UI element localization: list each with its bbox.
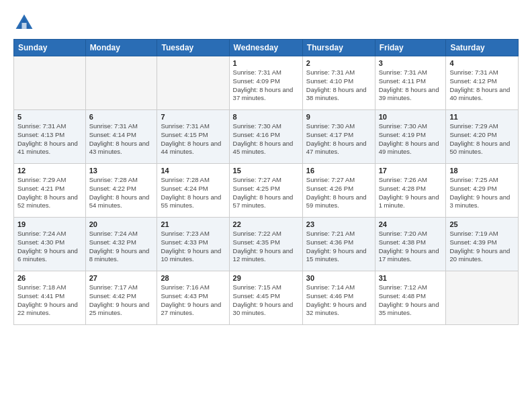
- day-info: Sunrise: 7:19 AM Sunset: 4:39 PM Dayligh…: [449, 230, 515, 264]
- weekday-header-row: SundayMondayTuesdayWednesdayThursdayFrid…: [14, 40, 519, 56]
- day-info: Sunrise: 7:14 AM Sunset: 4:46 PM Dayligh…: [306, 283, 371, 318]
- day-number: 24: [379, 220, 443, 228]
- day-cell: 2Sunrise: 7:31 AM Sunset: 4:10 PM Daylig…: [302, 56, 375, 110]
- day-number: 13: [89, 167, 154, 175]
- day-cell: 30Sunrise: 7:14 AM Sunset: 4:46 PM Dayli…: [302, 271, 375, 325]
- day-cell: 4Sunrise: 7:31 AM Sunset: 4:12 PM Daylig…: [446, 56, 519, 110]
- day-cell: 24Sunrise: 7:20 AM Sunset: 4:38 PM Dayli…: [375, 218, 446, 271]
- day-cell: [446, 271, 519, 325]
- svg-rect-2: [21, 23, 26, 29]
- day-number: 25: [449, 220, 515, 228]
- day-number: 5: [17, 113, 82, 121]
- day-number: 1: [233, 59, 299, 67]
- day-number: 20: [89, 220, 154, 228]
- day-cell: [14, 56, 86, 110]
- day-info: Sunrise: 7:31 AM Sunset: 4:10 PM Dayligh…: [306, 68, 371, 103]
- day-info: Sunrise: 7:12 AM Sunset: 4:48 PM Dayligh…: [379, 283, 443, 318]
- day-cell: 9Sunrise: 7:30 AM Sunset: 4:17 PM Daylig…: [302, 110, 375, 164]
- day-cell: 26Sunrise: 7:18 AM Sunset: 4:41 PM Dayli…: [14, 271, 86, 325]
- day-cell: 8Sunrise: 7:30 AM Sunset: 4:16 PM Daylig…: [229, 110, 302, 164]
- day-cell: 15Sunrise: 7:27 AM Sunset: 4:25 PM Dayli…: [229, 164, 302, 218]
- calendar-page: SundayMondayTuesdayWednesdayThursdayFrid…: [0, 0, 532, 411]
- day-info: Sunrise: 7:31 AM Sunset: 4:12 PM Dayligh…: [449, 68, 515, 103]
- day-cell: 21Sunrise: 7:23 AM Sunset: 4:33 PM Dayli…: [157, 218, 229, 271]
- day-number: 18: [449, 167, 515, 175]
- day-cell: 6Sunrise: 7:31 AM Sunset: 4:14 PM Daylig…: [85, 110, 157, 164]
- day-info: Sunrise: 7:30 AM Sunset: 4:16 PM Dayligh…: [233, 122, 299, 156]
- day-cell: 20Sunrise: 7:24 AM Sunset: 4:32 PM Dayli…: [85, 218, 157, 271]
- day-info: Sunrise: 7:30 AM Sunset: 4:17 PM Dayligh…: [306, 122, 371, 156]
- day-number: 2: [306, 59, 371, 67]
- day-number: 4: [449, 59, 515, 67]
- header: [13, 12, 519, 34]
- week-row-0: 1Sunrise: 7:31 AM Sunset: 4:09 PM Daylig…: [14, 56, 519, 110]
- day-info: Sunrise: 7:16 AM Sunset: 4:43 PM Dayligh…: [161, 283, 225, 318]
- day-info: Sunrise: 7:30 AM Sunset: 4:19 PM Dayligh…: [379, 122, 443, 156]
- day-info: Sunrise: 7:24 AM Sunset: 4:30 PM Dayligh…: [17, 230, 82, 264]
- day-info: Sunrise: 7:27 AM Sunset: 4:25 PM Dayligh…: [233, 176, 299, 210]
- day-cell: 14Sunrise: 7:28 AM Sunset: 4:24 PM Dayli…: [157, 164, 229, 218]
- day-cell: 23Sunrise: 7:21 AM Sunset: 4:36 PM Dayli…: [302, 218, 375, 271]
- day-number: 19: [17, 220, 82, 228]
- day-number: 9: [306, 113, 371, 121]
- day-cell: 31Sunrise: 7:12 AM Sunset: 4:48 PM Dayli…: [375, 271, 446, 325]
- day-number: 27: [89, 274, 154, 282]
- day-info: Sunrise: 7:23 AM Sunset: 4:33 PM Dayligh…: [161, 230, 225, 264]
- day-number: 10: [379, 113, 443, 121]
- day-info: Sunrise: 7:31 AM Sunset: 4:09 PM Dayligh…: [233, 68, 299, 103]
- day-cell: [157, 56, 229, 110]
- weekday-header-wednesday: Wednesday: [229, 40, 302, 56]
- day-number: 15: [233, 167, 299, 175]
- day-info: Sunrise: 7:31 AM Sunset: 4:14 PM Dayligh…: [89, 122, 154, 156]
- day-cell: [85, 56, 157, 110]
- logo-icon: [13, 12, 35, 34]
- weekday-header-monday: Monday: [85, 40, 157, 56]
- day-cell: 18Sunrise: 7:25 AM Sunset: 4:29 PM Dayli…: [446, 164, 519, 218]
- day-cell: 25Sunrise: 7:19 AM Sunset: 4:39 PM Dayli…: [446, 218, 519, 271]
- day-number: 29: [233, 274, 299, 282]
- day-cell: 3Sunrise: 7:31 AM Sunset: 4:11 PM Daylig…: [375, 56, 446, 110]
- day-info: Sunrise: 7:27 AM Sunset: 4:26 PM Dayligh…: [306, 176, 371, 210]
- day-number: 26: [17, 274, 82, 282]
- day-cell: 1Sunrise: 7:31 AM Sunset: 4:09 PM Daylig…: [229, 56, 302, 110]
- week-row-3: 19Sunrise: 7:24 AM Sunset: 4:30 PM Dayli…: [14, 218, 519, 271]
- day-number: 28: [161, 274, 225, 282]
- day-cell: 13Sunrise: 7:28 AM Sunset: 4:22 PM Dayli…: [85, 164, 157, 218]
- day-number: 7: [161, 113, 225, 121]
- week-row-1: 5Sunrise: 7:31 AM Sunset: 4:13 PM Daylig…: [14, 110, 519, 164]
- day-info: Sunrise: 7:15 AM Sunset: 4:45 PM Dayligh…: [233, 283, 299, 318]
- weekday-header-tuesday: Tuesday: [157, 40, 229, 56]
- day-cell: 29Sunrise: 7:15 AM Sunset: 4:45 PM Dayli…: [229, 271, 302, 325]
- day-info: Sunrise: 7:21 AM Sunset: 4:36 PM Dayligh…: [306, 230, 371, 264]
- day-info: Sunrise: 7:24 AM Sunset: 4:32 PM Dayligh…: [89, 230, 154, 264]
- day-info: Sunrise: 7:20 AM Sunset: 4:38 PM Dayligh…: [379, 230, 443, 264]
- day-info: Sunrise: 7:31 AM Sunset: 4:13 PM Dayligh…: [17, 122, 82, 156]
- weekday-header-saturday: Saturday: [446, 40, 519, 56]
- day-cell: 22Sunrise: 7:22 AM Sunset: 4:35 PM Dayli…: [229, 218, 302, 271]
- day-info: Sunrise: 7:29 AM Sunset: 4:20 PM Dayligh…: [449, 122, 515, 156]
- day-cell: 16Sunrise: 7:27 AM Sunset: 4:26 PM Dayli…: [302, 164, 375, 218]
- day-cell: 28Sunrise: 7:16 AM Sunset: 4:43 PM Dayli…: [157, 271, 229, 325]
- day-info: Sunrise: 7:28 AM Sunset: 4:22 PM Dayligh…: [89, 176, 154, 210]
- day-info: Sunrise: 7:29 AM Sunset: 4:21 PM Dayligh…: [17, 176, 82, 210]
- weekday-header-sunday: Sunday: [14, 40, 86, 56]
- day-info: Sunrise: 7:28 AM Sunset: 4:24 PM Dayligh…: [161, 176, 225, 210]
- day-cell: 27Sunrise: 7:17 AM Sunset: 4:42 PM Dayli…: [85, 271, 157, 325]
- day-number: 17: [379, 167, 443, 175]
- day-number: 30: [306, 274, 371, 282]
- day-cell: 19Sunrise: 7:24 AM Sunset: 4:30 PM Dayli…: [14, 218, 86, 271]
- day-number: 11: [449, 113, 515, 121]
- day-number: 31: [379, 274, 443, 282]
- day-cell: 10Sunrise: 7:30 AM Sunset: 4:19 PM Dayli…: [375, 110, 446, 164]
- day-number: 23: [306, 220, 371, 228]
- day-info: Sunrise: 7:25 AM Sunset: 4:29 PM Dayligh…: [449, 176, 515, 210]
- day-info: Sunrise: 7:18 AM Sunset: 4:41 PM Dayligh…: [17, 283, 82, 318]
- weekday-header-friday: Friday: [375, 40, 446, 56]
- week-row-2: 12Sunrise: 7:29 AM Sunset: 4:21 PM Dayli…: [14, 164, 519, 218]
- day-number: 21: [161, 220, 225, 228]
- day-cell: 7Sunrise: 7:31 AM Sunset: 4:15 PM Daylig…: [157, 110, 229, 164]
- day-number: 3: [379, 59, 443, 67]
- day-number: 16: [306, 167, 371, 175]
- week-row-4: 26Sunrise: 7:18 AM Sunset: 4:41 PM Dayli…: [14, 271, 519, 325]
- day-info: Sunrise: 7:31 AM Sunset: 4:15 PM Dayligh…: [161, 122, 225, 156]
